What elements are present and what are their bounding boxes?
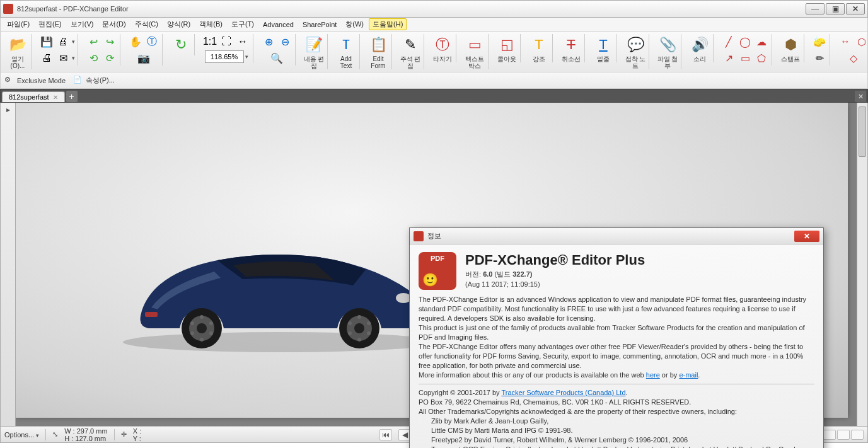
svg-point-9 [209,331,213,335]
attach-icon[interactable]: 📎 [657,34,678,55]
strike-icon[interactable]: T [560,34,582,55]
zoom-in-icon[interactable]: ⊕ [261,34,276,49]
typewriter-icon[interactable]: Ⓣ [432,34,453,55]
select-text-icon[interactable]: Ⓣ [144,34,159,49]
tabstrip-close-button[interactable]: ✕ [855,91,866,102]
undo2-icon[interactable]: ⟲ [86,50,101,66]
underline-label: 밑줄 [597,55,610,62]
cloud-shape-icon[interactable]: ☁ [754,34,769,49]
about-close-button[interactable]: ✕ [794,231,819,242]
svg-point-13 [357,315,361,319]
menu-tools[interactable]: 도구(T) [228,18,258,30]
print-icon[interactable]: 🖨 [55,34,71,49]
textbox-icon[interactable]: ▭ [464,34,485,55]
view-book-button[interactable] [837,430,850,440]
menu-object[interactable]: 객체(B) [195,18,226,30]
about-link-email[interactable]: e-mail [679,371,698,379]
eraser-icon[interactable]: 🧽 [812,34,827,49]
redo-green-icon[interactable]: ↪ [102,34,117,49]
zoom-fit-icon[interactable]: ⛶ [219,34,234,49]
exclusive-mode-icon: ⚙ [4,76,14,86]
menu-sharepoint[interactable]: SharePoint [299,20,340,30]
cursor-pos-icon: ✛ [121,430,127,439]
sticky-note-icon[interactable]: 💬 [625,34,646,55]
tab-close-icon[interactable]: ✕ [53,94,58,101]
dropdown-icon[interactable]: ▾ [72,38,75,45]
exclusive-mode-button[interactable]: ⚙ Exclusive Mode [4,76,66,86]
about-app-icon [414,231,424,241]
maximize-button[interactable]: ▣ [826,3,845,14]
area-icon[interactable]: ◇ [846,50,861,66]
menu-edit[interactable]: 편집(E) [35,18,66,30]
about-titlebar[interactable]: 정보 ✕ [410,228,823,244]
zoom-out-icon[interactable]: ⊖ [277,34,292,49]
hand-tool-icon[interactable]: ✋ [128,34,143,49]
scrollbar-thumb[interactable] [859,106,866,157]
undo-green-icon[interactable]: ↩ [86,34,101,49]
svg-point-15 [367,331,371,335]
save-icon[interactable]: 💾 [39,34,54,49]
highlight-icon[interactable]: T [528,34,550,55]
menu-window[interactable]: 창(W) [342,18,367,30]
edit-form-icon[interactable]: 📋 [367,34,389,55]
email-icon[interactable]: ✉ [55,50,71,66]
about-title-text: 정보 [427,231,794,241]
svg-point-18 [348,321,352,325]
zoom-width-icon[interactable]: ↔ [235,34,250,49]
about-link-here[interactable]: here [646,371,660,379]
car-illustration [117,216,444,355]
content-edit-icon[interactable]: 📝 [303,34,325,55]
comment-edit-icon[interactable]: ✎ [400,34,421,55]
stamp-icon[interactable]: ⬢ [780,34,801,55]
document-tab[interactable]: 812superfast ✕ [2,91,65,102]
open-icon[interactable]: 📂 [7,34,28,55]
distance-icon[interactable]: ↔ [838,34,853,49]
window-close-button[interactable]: ✕ [846,3,865,14]
sidebar-toggle-icon[interactable]: ▸ [3,105,14,117]
add-tab-button[interactable]: + [66,91,78,102]
perimeter-icon[interactable]: ⬡ [854,34,868,49]
svg-point-11 [190,331,194,335]
print2-icon[interactable]: 🖨 [39,50,54,66]
zoom-dropdown-icon[interactable]: ▾ [245,54,248,60]
snapshot-icon[interactable]: 📷 [136,50,151,66]
arrow-shape-icon[interactable]: ↗ [721,50,736,66]
menu-comment[interactable]: 주석(C) [131,18,162,30]
svg-point-0 [123,332,438,352]
page-resize-icon[interactable]: ⤡ [52,430,58,439]
view-facing-cont-button[interactable] [823,430,836,440]
options-button[interactable]: Options... ▾ [4,431,39,439]
sound-icon[interactable]: 🔊 [689,34,710,55]
menu-view[interactable]: 보기(V) [67,18,98,30]
view-thumbs-button[interactable] [851,430,864,440]
pencil-icon[interactable]: ✏ [812,50,827,66]
callout-icon[interactable]: ◱ [496,34,518,55]
dropdown-icon[interactable]: ▾ [72,55,75,61]
rect-shape-icon[interactable]: ▭ [738,50,753,66]
underline-icon[interactable]: T [593,34,614,55]
menu-format[interactable]: 양식(R) [163,18,194,30]
minimize-button[interactable]: — [806,3,825,14]
vertical-scrollbar[interactable] [857,103,867,426]
add-text-icon[interactable]: Ｔ [335,34,357,55]
polygon-shape-icon[interactable]: ⬠ [754,50,769,66]
first-page-button[interactable]: ⏮ [379,429,392,440]
about-link-tracker[interactable]: Tracker Software Products (Canada) Ltd [501,389,625,396]
sound-label: 소리 [693,55,706,62]
properties-label: 속성(P)... [86,76,115,85]
zoom-marquee-icon[interactable]: 🔍 [269,50,284,66]
menu-file[interactable]: 파일(F) [3,18,33,30]
app-icon [3,4,13,14]
oval-shape-icon[interactable]: ◯ [738,34,753,49]
textbox-label: 텍스트 박스 [464,55,485,69]
menu-help[interactable]: 도움말(H) [369,18,407,30]
main-toolbar: 📂 열기(O)... 💾 🖨 ▾ 🖨 ✉ ▾ ↩ ↪ ⟲ ⟳ ✋ Ⓣ [0,32,868,72]
zoom-actual-icon[interactable]: 1:1 [202,34,217,49]
rotate-icon[interactable]: ↻ [170,34,192,55]
redo2-icon[interactable]: ⟳ [102,50,117,66]
zoom-input[interactable] [205,50,244,63]
menu-document[interactable]: 문서(D) [98,18,129,30]
line-shape-icon[interactable]: ╱ [721,34,736,49]
properties-button[interactable]: 📄 속성(P)... [73,76,115,86]
menu-advanced[interactable]: Advanced [259,20,298,30]
